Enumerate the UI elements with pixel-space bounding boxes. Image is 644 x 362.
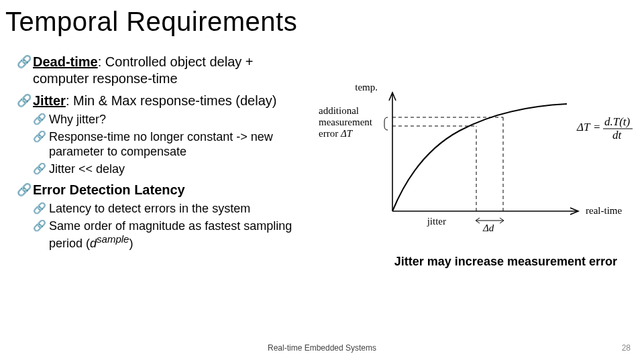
subbullet-jitter-less-delay: 🔗 Jitter << delay [33,162,299,177]
jitter-label: jitter [427,216,446,227]
text-sampling-post: ) [129,237,133,250]
bullet-jitter: 🔗 Jitter: Min & Max response-times (dela… [17,93,299,176]
link-bullet-icon: 🔗 [33,202,46,215]
body-content: 🔗 Dead-time: Controlled object delay + c… [17,54,299,257]
text-jitter: : Min & Max response-times (delay) [66,93,277,108]
jitter-diagram: temp. real-time additional measurement e… [312,77,634,245]
term-jitter: Jitter [33,93,66,108]
ylabel: temp. [355,82,378,93]
bullet-error-latency: 🔗 Error Detection Latency 🔗 Latency to d… [17,182,299,251]
link-bullet-icon: 🔗 [33,130,46,143]
link-bullet-icon: 🔗 [17,94,32,109]
text-sampling-var: d [90,237,97,250]
formula-eq: = [594,121,600,133]
formula: ΔT = d.T(t) dt [576,115,633,141]
delta-t-brace [384,117,388,130]
jitter-var: Δd [482,223,494,233]
text-sampling-pre: Same order of magnitude as fastest sampl… [49,219,292,251]
diagram-caption: Jitter may increase measurement error [394,255,617,269]
annot-line3: error ΔT [319,128,354,139]
slide: Temporal Requirements 🔗 Dead-time: Contr… [0,0,644,362]
link-bullet-icon: 🔗 [33,162,46,175]
text-sampling-sup: sample [97,233,129,245]
text-why-jitter: Why jitter? [49,113,106,126]
axes [389,93,578,215]
text-response-time: Response-time no longer constant -> new … [49,130,273,159]
term-error-latency: Error Detection Latency [33,182,185,197]
subbullet-response-time: 🔗 Response-time no longer constant -> ne… [33,129,299,160]
formula-num: d.T(t) [604,115,631,128]
term-dead-time: Dead-time [33,54,98,69]
temp-curve [392,104,567,211]
text-latency-detect: Latency to detect errors in the system [49,202,250,215]
link-bullet-icon: 🔗 [17,55,32,70]
footer-text: Real-time Embedded Systems [268,343,376,353]
bullet-dead-time: 🔗 Dead-time: Controlled object delay + c… [17,54,299,87]
formula-lhs: ΔT [576,121,591,133]
text-jitter-less-delay: Jitter << delay [49,162,125,176]
annot-line2: measurement [319,117,373,127]
subbullet-sampling-period: 🔗 Same order of magnitude as fastest sam… [33,219,299,251]
subbullet-why-jitter: 🔗 Why jitter? [33,112,299,127]
link-bullet-icon: 🔗 [17,183,32,198]
annot-line1: additional [319,105,359,116]
subbullet-latency-detect: 🔗 Latency to detect errors in the system [33,201,299,217]
page-number: 28 [622,343,631,353]
link-bullet-icon: 🔗 [33,113,46,125]
xlabel: real-time [586,205,622,216]
slide-title: Temporal Requirements [5,7,297,37]
link-bullet-icon: 🔗 [33,219,46,232]
formula-den: dt [612,129,623,141]
